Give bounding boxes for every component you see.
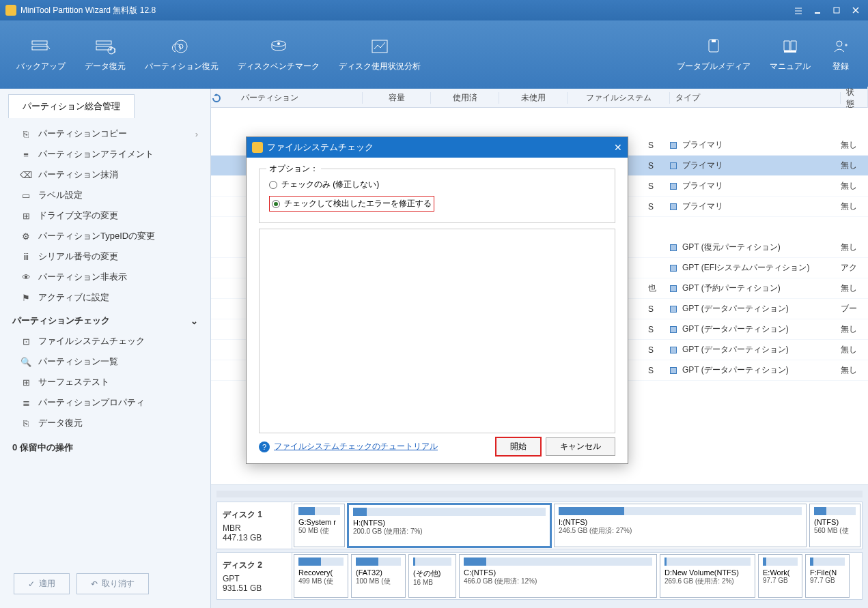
th-capacity[interactable]: 容量 [363,92,431,104]
cell-type: プライマリ [670,180,841,192]
partition-recovery-label: パーティション復元 [145,61,219,72]
maximize-icon[interactable] [830,3,843,17]
sidebar-section-check[interactable]: パーティションチェック ⌄ [0,308,210,331]
partition-info: 246.5 GB (使用済: 27%) [559,526,802,536]
cell-status: 無し [841,201,868,212]
partition-block[interactable]: G:System r50 MB (使 [294,504,345,547]
partition-info: 560 MB (使 [814,526,856,536]
manual-button[interactable]: マニュアル [770,38,811,72]
disk-usage-button[interactable]: ディスク使用状況分析 [339,38,421,72]
usage-bar [814,507,856,515]
cell-fs: S [643,345,670,355]
partition-name: C:(NTFS) [464,568,652,577]
sidebar-item[interactable]: ⎘パーティションコピー› [0,124,210,144]
radio-check-and-fix[interactable]: チェックして検出したエラーを修正する [269,196,434,212]
svg-point-15 [277,42,280,45]
sidebar-item[interactable]: ⊡ファイルシステムチェック [0,331,210,351]
disk-benchmark-button[interactable]: ディスクベンチマーク [238,38,320,72]
partition-info: 499 MB (使 [298,577,344,586]
partition-info: 269.6 GB (使用済: 2%) [664,577,751,586]
sidebar-item[interactable]: ≡パーティションアライメント [0,144,210,164]
radio-check-only[interactable]: チェックのみ (修正しない) [269,179,605,190]
backup-button[interactable]: バックアップ [16,38,66,72]
cell-fs: S [643,325,670,334]
cell-fs: S [643,161,670,171]
th-type[interactable]: タイプ [670,92,841,104]
cancel-button[interactable]: キャンセル [546,437,615,456]
sidebar-item[interactable]: ⊞ドライブ文字の変更 [0,205,210,226]
partition-block[interactable]: (その他)16 MB [408,554,456,598]
sidebar-item[interactable]: ▭ラベル設定 [0,185,210,205]
sidebar-item[interactable]: ⅲシリアル番号の変更 [0,246,210,267]
cell-type: プライマリ [670,160,841,171]
sidebar-item[interactable]: ⎘データ復元 [0,413,210,433]
type-color-icon [670,326,677,333]
sidebar-tab[interactable]: パーティション総合管理 [8,94,135,118]
disk-map: ディスク 1MBR447.13 GBG:System r50 MB (使H:(N… [211,484,868,608]
cell-type: プライマリ [670,201,841,212]
sidebar: パーティション総合管理 ⎘パーティションコピー›≡パーティションアライメント⌫パ… [0,89,211,608]
partition-block[interactable]: I:(NTFS)246.5 GB (使用済: 27%) [554,504,807,547]
th-used[interactable]: 使用済 [431,92,499,104]
bootable-media-button[interactable]: ブータブルメディア [677,38,751,72]
refresh-button[interactable] [211,93,236,104]
th-status[interactable]: 状態 [841,87,868,110]
help-icon: ? [259,441,270,452]
dialog-logo-icon [252,142,263,153]
backup-label: バックアップ [16,61,66,72]
close-icon[interactable] [849,3,863,17]
partition-block[interactable]: C:(NTFS)466.0 GB (使用済: 12%) [459,554,657,598]
backup-icon [30,38,52,55]
sidebar-item[interactable]: ≣パーティションプロパティ [0,392,210,413]
partition-block[interactable]: F:File(N97.7 GB [805,554,850,598]
data-recovery-button[interactable]: データ復元 [85,38,126,72]
cell-fs: S [643,182,670,191]
menu-icon[interactable] [792,3,805,17]
cell-status: 無し [841,139,868,151]
type-color-icon [670,367,677,374]
sidebar-item[interactable]: 👁パーティション非表示 [0,267,210,287]
partition-block[interactable]: (NTFS)560 MB (使 [809,504,860,547]
cell-status: 無し [841,283,868,294]
cell-type: GPT (データパーティション) [670,364,841,376]
partition-block[interactable]: E:Work(97.7 GB [758,554,802,598]
sidebar-item-label: シリアル番号の変更 [38,250,118,263]
horizontal-scrollbar[interactable] [216,491,863,497]
register-label: 登録 [832,61,849,72]
sidebar-icon: ⊞ [20,210,31,221]
svg-rect-8 [32,46,47,50]
dialog-close-button[interactable]: ✕ [614,142,622,153]
sidebar-icon: ⚑ [20,292,31,303]
cell-fs: S [643,141,670,150]
sidebar-item[interactable]: ⚙パーティションTypeIDの変更 [0,226,210,246]
sidebar-item[interactable]: 🔍パーティション一覧 [0,351,210,372]
cell-type: GPT (EFIシステムパーティション) [670,262,841,274]
th-fs[interactable]: ファイルシステム [568,92,670,104]
start-button[interactable]: 開始 [495,437,542,457]
partition-block[interactable]: D:New Volume(NTFS)269.6 GB (使用済: 2%) [660,554,755,598]
radio-checked-icon [272,200,280,208]
th-free[interactable]: 未使用 [499,92,568,104]
sidebar-item[interactable]: ⌫パーティション抹消 [0,164,210,185]
th-partition[interactable]: パーティション [236,92,363,104]
disk-usage-icon [369,38,391,55]
undo-icon: ↶ [91,579,98,589]
sidebar-item[interactable]: ⊞サーフェステスト [0,372,210,392]
titlebar: MiniTool Partition Wizard 無料版 12.8 [0,0,868,20]
sidebar-icon: 🔍 [20,356,31,367]
sidebar-item[interactable]: ⚑アクティブに設定 [0,287,210,308]
disk-benchmark-icon [268,38,290,55]
help-link[interactable]: ? ファイルシステムチェックのチュートリアル [259,441,438,452]
cell-status: 無し [841,323,868,335]
undo-button[interactable]: ↶取り消す [76,573,149,594]
partition-block[interactable]: H:(NTFS)200.0 GB (使用済: 7%) [348,504,551,547]
minimize-icon[interactable] [811,3,824,17]
apply-button[interactable]: ✓適用 [14,573,70,594]
partition-block[interactable]: Recovery(499 MB (使 [294,554,348,598]
app-title: MiniTool Partition Wizard 無料版 12.8 [20,5,156,16]
register-button[interactable]: 登録 [830,38,852,72]
partition-name: H:(NTFS) [353,519,546,527]
partition-block[interactable]: (FAT32)100 MB (使 [351,554,406,598]
sidebar-icon: ≣ [20,397,31,408]
partition-recovery-button[interactable]: パーティション復元 [145,38,219,72]
